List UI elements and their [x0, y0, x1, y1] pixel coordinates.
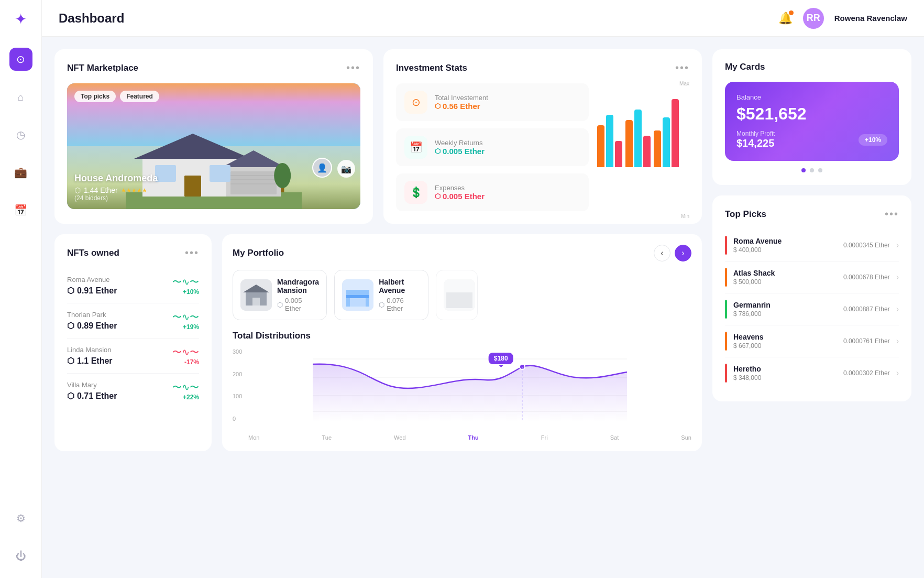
gear-icon: ⚙ [16, 512, 26, 525]
bar-orange-3 [654, 130, 661, 167]
sidebar-item-home[interactable]: ⌂ [9, 85, 32, 108]
top-picks-title: Top Picks [725, 209, 766, 220]
card-monthly-label: Monthly Profit [736, 130, 775, 137]
top-pick-price-1: $ 500,000 [733, 278, 837, 286]
left-column: NFT Marketplace ••• [54, 49, 712, 565]
bar-teal-1 [606, 115, 613, 167]
top-picks-list: Roma Avenue $ 400,000 0.0000345 Ether › … [725, 230, 899, 389]
stat-weekly-label: Weekly Returns [435, 139, 485, 147]
investment-stats-menu[interactable]: ••• [675, 62, 689, 74]
top-picks-header: Top Picks ••• [725, 208, 899, 220]
notification-bell[interactable]: 🔔 [778, 12, 793, 25]
stat-total-ether: 0.56 Ether [443, 102, 480, 111]
card-dot-2[interactable] [810, 168, 814, 172]
chart-min-label: Min [681, 213, 689, 219]
bar-group-1 [597, 115, 622, 167]
portfolio-distributions-panel: My Portfolio ‹ › [222, 234, 702, 451]
card-dot-3[interactable] [818, 168, 822, 172]
stat-total-label: Total Investement [435, 94, 488, 102]
portfolio-card-img-2 [444, 279, 475, 311]
svg-rect-17 [252, 298, 260, 306]
sidebar-item-history[interactable]: ◷ [9, 123, 32, 146]
portfolio-card-price-1: ⬡ 0.076 Ether [379, 297, 421, 312]
bar-red-2 [643, 136, 651, 167]
portfolio-card-price-0: ⬡ 0.005 Ether [277, 297, 319, 312]
sidebar: ✦ ⊙ ⌂ ◷ 💼 📅 ⚙ ⏻ [0, 0, 42, 578]
top-pick-price-0: $ 400,000 [733, 246, 837, 254]
portfolio-card-1[interactable]: Halbert Avenue ⬡ 0.076 Ether [334, 270, 428, 320]
top-pick-info-2: Germanrin $ 786,000 [733, 301, 837, 318]
nft-owned-price-val-2: 1.1 Ether [77, 356, 113, 366]
list-item[interactable]: Heavens $ 667,000 0.0000761 Ether › [725, 325, 899, 357]
portfolio-card-info-0: Mandragora Mansion ⬡ 0.005 Ether [277, 278, 319, 312]
stat-weekly-returns: 📅 Weekly Returns ⬡ 0.005 Ether [396, 128, 589, 166]
nft-owned-left-0: Roma Avenue ⬡0.91 Ether [67, 276, 117, 296]
card-monthly-info: Monthly Profit $14,225 [736, 130, 775, 149]
nft-featured-price: ⬡ 1.44 Ether ★★★★★ [74, 186, 353, 194]
nft-owned-change-3: +22% [172, 394, 199, 401]
bar-teal-3 [663, 117, 670, 167]
user-name: Rowena Ravenclaw [834, 14, 907, 23]
top-picks-menu[interactable]: ••• [885, 208, 899, 220]
nft-owned-left-1: Thorian Park ⬡0.89 Ether [67, 311, 117, 331]
nft-marketplace-title: NFT Marketplace [67, 63, 138, 73]
list-item[interactable]: Villa Mary ⬡0.71 Ether 〜∿〜 +22% [67, 374, 199, 408]
topbar-right: 🔔 RR Rowena Ravenclaw [778, 8, 907, 29]
top-pick-bar-4 [725, 364, 727, 383]
x-label-wed: Wed [394, 434, 405, 441]
nft-featured-card[interactable]: Top picks Featured 👤 📷 House Andromeda ⬡… [67, 83, 360, 209]
nft-owned-left-3: Villa Mary ⬡0.71 Ether [67, 381, 117, 401]
card-monthly-amount: $14,225 [736, 137, 775, 149]
svg-rect-21 [350, 298, 366, 307]
nft-marketplace-menu[interactable]: ••• [346, 62, 360, 74]
x-label-sat: Sat [610, 434, 619, 441]
dashboard-icon: ⊙ [16, 53, 25, 66]
portfolio-nav: ‹ › [654, 245, 691, 261]
card-dot-1[interactable] [801, 168, 806, 172]
nft-tags: Top picks Featured [74, 91, 159, 102]
sidebar-logo-icon[interactable]: ✦ [15, 10, 27, 28]
portfolio-card-0[interactable]: Mandragora Mansion ⬡ 0.005 Ether [233, 270, 327, 320]
chevron-right-icon-4: › [896, 368, 899, 378]
dist-tooltip: $180 [489, 353, 513, 364]
nfts-owned-panel: NFTs owned ••• Roma Avenue ⬡0.91 Ether [54, 234, 212, 451]
right-column: My Cards Balance $521,652 Monthly Profit… [712, 49, 911, 565]
sidebar-item-dashboard[interactable]: ⊙ [9, 48, 32, 71]
list-item[interactable]: Germanrin $ 786,000 0.0000887 Ether › [725, 293, 899, 325]
list-item[interactable]: Heretho $ 348,000 0.0000302 Ether › [725, 357, 899, 389]
top-pick-info-0: Roma Avenue $ 400,000 [733, 237, 837, 254]
stat-total-investment: ⊙ Total Investement ⬡ 0.56 Ether [396, 83, 589, 121]
portfolio-card-img-0 [240, 279, 272, 311]
list-item[interactable]: Linda Mansion ⬡1.1 Ether 〜∿〜 -17% [67, 339, 199, 374]
portfolio-nav-prev[interactable]: ‹ [654, 245, 670, 261]
top-pick-ether-4: 0.0000302 Ether [843, 369, 890, 377]
list-item[interactable]: Atlas Shack $ 500,000 0.0000678 Ether › [725, 261, 899, 293]
top-pick-info-1: Atlas Shack $ 500,000 [733, 269, 837, 286]
nft-bidders: (24 bidders) [74, 194, 353, 202]
top-pick-name-2: Germanrin [733, 301, 837, 309]
stat-expenses-ether: 0.005 Ether [443, 192, 485, 201]
dist-y-labels: 300 200 100 0 [233, 348, 242, 422]
sidebar-item-portfolio[interactable]: 💼 [9, 161, 32, 184]
portfolio-card-2[interactable] [436, 270, 478, 320]
list-item[interactable]: Roma Avenue ⬡0.91 Ether 〜∿〜 +10% [67, 268, 199, 303]
top-pick-name-1: Atlas Shack [733, 269, 837, 277]
sidebar-item-calendar[interactable]: 📅 [9, 199, 32, 222]
dist-chart-inner: $180 [248, 348, 691, 432]
distributions-title: Total Distributions [233, 331, 311, 341]
card-badge: +10% [859, 134, 887, 146]
list-item[interactable]: Thorian Park ⬡0.89 Ether 〜∿〜 +19% [67, 303, 199, 339]
nfts-owned-menu[interactable]: ••• [185, 247, 199, 259]
top-pick-ether-3: 0.0000761 Ether [843, 337, 890, 345]
content-area: NFT Marketplace ••• [42, 37, 924, 578]
sidebar-item-power[interactable]: ⏻ [9, 544, 32, 568]
sidebar-item-settings[interactable]: ⚙ [9, 507, 32, 530]
y-label-100: 100 [233, 393, 242, 399]
topbar: Dashboard 🔔 RR Rowena Ravenclaw [42, 0, 924, 37]
nft-featured-info: House Andromeda ⬡ 1.44 Ether ★★★★★ (24 b… [74, 173, 353, 202]
portfolio-nav-next[interactable]: › [675, 245, 691, 261]
dist-x-labels: Mon Tue Wed Thu Fri Sat Sun [248, 434, 691, 441]
x-label-sun: Sun [681, 434, 691, 441]
list-item[interactable]: Roma Avenue $ 400,000 0.0000345 Ether › [725, 230, 899, 261]
nft-owned-right-1: 〜∿〜 +19% [172, 311, 199, 331]
